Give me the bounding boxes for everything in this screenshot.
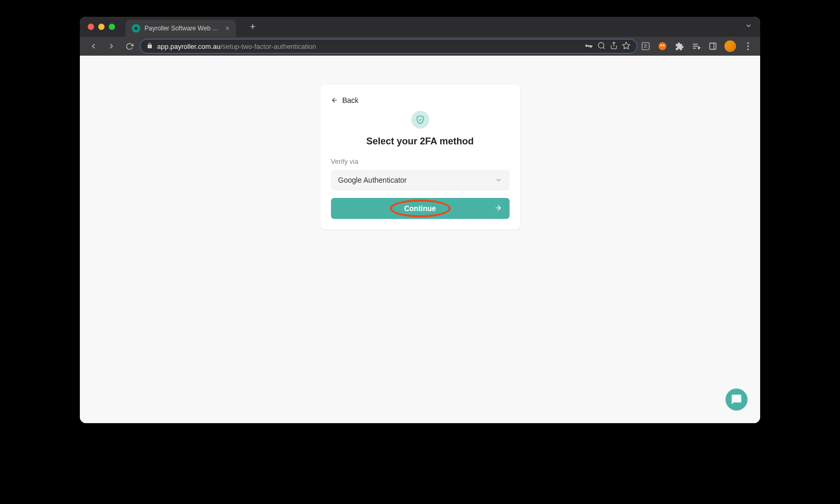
svg-point-16 <box>748 43 749 44</box>
svg-text:文: 文 <box>644 44 648 48</box>
window-controls <box>88 24 115 30</box>
arrow-left-icon <box>331 97 338 104</box>
svg-point-9 <box>663 45 665 46</box>
shield-icon <box>411 111 429 129</box>
tab-favicon-icon <box>132 24 140 33</box>
browser-address-row: app.payroller.com.au/setup-two-factor-au… <box>80 37 760 56</box>
address-bar-actions <box>584 41 630 52</box>
side-panel-icon[interactable] <box>708 41 718 51</box>
media-control-icon[interactable] <box>691 41 701 51</box>
verify-via-label: Verify via <box>331 158 510 165</box>
extension-translate-icon[interactable]: 文 <box>640 41 651 51</box>
svg-point-7 <box>659 43 667 50</box>
window-maximize-button[interactable] <box>109 24 115 30</box>
select-value: Google Authenticator <box>338 176 407 184</box>
tab-close-icon[interactable]: × <box>225 25 230 32</box>
lock-icon <box>147 43 153 50</box>
browser-menu-button[interactable] <box>742 42 754 50</box>
card-title: Select your 2FA method <box>331 136 510 147</box>
page-content: Back Select your 2FA method Verify via G… <box>80 56 760 423</box>
two-fa-card: Back Select your 2FA method Verify via G… <box>320 85 520 229</box>
address-bar[interactable]: app.payroller.com.au/setup-two-factor-au… <box>140 39 637 54</box>
svg-rect-14 <box>710 43 716 49</box>
svg-line-2 <box>603 47 605 49</box>
continue-label: Continue <box>404 204 436 213</box>
extension-icons: 文 <box>640 40 754 52</box>
method-select[interactable]: Google Authenticator <box>331 170 510 191</box>
profile-avatar[interactable] <box>724 40 736 52</box>
new-tab-button[interactable]: + <box>245 19 260 34</box>
expand-tabs-button[interactable] <box>745 22 752 32</box>
extension-app-icon[interactable] <box>657 41 668 51</box>
password-key-icon[interactable] <box>584 41 593 52</box>
browser-window: Payroller Software Web Applic... × + app… <box>80 17 760 423</box>
svg-point-17 <box>748 46 749 47</box>
browser-tab-bar: Payroller Software Web Applic... × + <box>80 17 760 37</box>
svg-marker-13 <box>699 47 700 49</box>
extensions-puzzle-icon[interactable] <box>674 41 685 51</box>
chat-icon <box>731 394 742 405</box>
zoom-search-icon[interactable] <box>597 41 606 51</box>
nav-reload-button[interactable] <box>122 39 137 54</box>
nav-back-button[interactable] <box>86 39 101 54</box>
back-button[interactable]: Back <box>331 96 510 104</box>
svg-point-0 <box>585 44 588 47</box>
tab-title: Payroller Software Web Applic... <box>144 25 221 32</box>
svg-marker-4 <box>623 42 629 49</box>
continue-button[interactable]: Continue <box>331 198 510 219</box>
nav-forward-button[interactable] <box>104 39 119 54</box>
url-domain: app.payroller.com.au <box>157 43 221 50</box>
arrow-right-icon <box>494 204 502 214</box>
browser-tab[interactable]: Payroller Software Web Applic... × <box>126 20 236 37</box>
window-close-button[interactable] <box>88 24 94 30</box>
chevron-down-icon <box>495 176 502 184</box>
svg-point-8 <box>660 45 662 46</box>
back-label: Back <box>343 96 359 104</box>
url-path: /setup-two-factor-authentication <box>221 43 316 50</box>
window-minimize-button[interactable] <box>98 24 105 30</box>
svg-point-1 <box>598 43 604 48</box>
bookmark-star-icon[interactable] <box>622 41 630 51</box>
svg-point-18 <box>748 49 749 50</box>
chat-support-button[interactable] <box>725 388 748 411</box>
share-icon[interactable] <box>610 41 618 51</box>
